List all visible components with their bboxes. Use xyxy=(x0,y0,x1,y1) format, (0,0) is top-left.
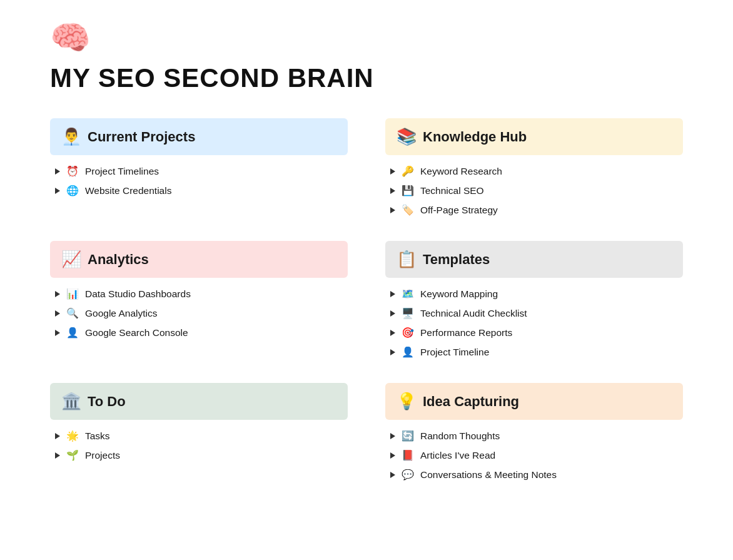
expand-icon[interactable] xyxy=(390,168,395,175)
item-emoji-icon: 💬 xyxy=(402,469,414,481)
item-emoji-icon: 🌐 xyxy=(66,185,79,196)
list-item[interactable]: 👤Project Timeline xyxy=(390,346,678,358)
list-item[interactable]: 🌐Website Credentials xyxy=(55,185,343,196)
list-item[interactable]: 🔄Random Thoughts xyxy=(390,430,678,442)
card-idea-capturing: 💡Idea Capturing🔄Random Thoughts📕Articles… xyxy=(385,383,683,481)
card-icon-current-projects: 👨‍💼 xyxy=(61,127,81,146)
list-item[interactable]: 🌱Projects xyxy=(55,449,343,461)
card-knowledge-hub: 📚Knowledge Hub🔑Keyword Research💾Technica… xyxy=(385,118,683,216)
item-emoji-icon: 🎯 xyxy=(402,327,414,339)
expand-icon[interactable] xyxy=(55,433,60,439)
item-label: Website Credentials xyxy=(85,185,171,196)
item-emoji-icon: 📊 xyxy=(66,288,79,300)
page-title: MY SEO SECOND BRAIN xyxy=(50,63,683,93)
brain-icon: 🧠 xyxy=(50,19,683,57)
card-header-idea-capturing: 💡Idea Capturing xyxy=(385,383,683,420)
item-label: Tasks xyxy=(85,430,110,442)
item-label: Projects xyxy=(85,450,120,461)
item-label: Keyword Research xyxy=(420,166,502,177)
card-items-knowledge-hub: 🔑Keyword Research💾Technical SEO🏷️Off-Pag… xyxy=(385,165,683,216)
card-templates: 📋Templates🗺️Keyword Mapping🖥️Technical A… xyxy=(385,241,683,358)
card-icon-todo: 🏛️ xyxy=(61,392,81,411)
list-item[interactable]: 👤Google Search Console xyxy=(55,327,343,339)
card-items-current-projects: ⏰Project Timelines🌐Website Credentials xyxy=(50,165,348,196)
card-header-todo: 🏛️To Do xyxy=(50,383,348,420)
item-emoji-icon: 🔑 xyxy=(402,165,414,177)
item-label: Google Analytics xyxy=(85,308,157,319)
item-label: Technical Audit Checklist xyxy=(420,308,527,319)
item-emoji-icon: 👤 xyxy=(66,327,79,339)
item-emoji-icon: 🖥️ xyxy=(402,307,414,319)
card-icon-templates: 📋 xyxy=(397,250,417,269)
expand-icon[interactable] xyxy=(390,349,395,355)
list-item[interactable]: ⏰Project Timelines xyxy=(55,165,343,177)
expand-icon[interactable] xyxy=(55,291,60,297)
item-emoji-icon: 👤 xyxy=(402,346,414,358)
card-todo: 🏛️To Do🌟Tasks🌱Projects xyxy=(50,383,348,481)
expand-icon[interactable] xyxy=(55,310,60,317)
item-emoji-icon: 🔄 xyxy=(402,430,414,442)
card-items-templates: 🗺️Keyword Mapping🖥️Technical Audit Check… xyxy=(385,288,683,358)
list-item[interactable]: 🖥️Technical Audit Checklist xyxy=(390,307,678,319)
card-items-todo: 🌟Tasks🌱Projects xyxy=(50,430,348,461)
item-emoji-icon: 🌱 xyxy=(66,449,79,461)
cards-grid: 👨‍💼Current Projects⏰Project Timelines🌐We… xyxy=(50,118,683,481)
card-items-idea-capturing: 🔄Random Thoughts📕Articles I've Read💬Conv… xyxy=(385,430,683,481)
list-item[interactable]: 🗺️Keyword Mapping xyxy=(390,288,678,300)
card-current-projects: 👨‍💼Current Projects⏰Project Timelines🌐We… xyxy=(50,118,348,216)
item-emoji-icon: 💾 xyxy=(402,185,414,196)
card-icon-analytics: 📈 xyxy=(61,250,81,269)
list-item[interactable]: 🏷️Off-Page Strategy xyxy=(390,204,678,216)
card-analytics: 📈Analytics📊Data Studio Dashboards🔍Google… xyxy=(50,241,348,358)
item-label: Conversations & Meeting Notes xyxy=(420,469,557,481)
expand-icon[interactable] xyxy=(390,291,395,297)
expand-icon[interactable] xyxy=(390,472,395,478)
card-icon-knowledge-hub: 📚 xyxy=(397,127,417,146)
item-label: Keyword Mapping xyxy=(420,288,498,300)
expand-icon[interactable] xyxy=(390,330,395,336)
list-item[interactable]: 🔍Google Analytics xyxy=(55,307,343,319)
list-item[interactable]: 🎯Performance Reports xyxy=(390,327,678,339)
item-emoji-icon: ⏰ xyxy=(66,165,79,177)
expand-icon[interactable] xyxy=(55,330,60,336)
expand-icon[interactable] xyxy=(390,433,395,439)
card-header-templates: 📋Templates xyxy=(385,241,683,278)
expand-icon[interactable] xyxy=(55,452,60,459)
card-title-current-projects: Current Projects xyxy=(88,129,195,145)
card-title-analytics: Analytics xyxy=(88,252,149,268)
card-title-idea-capturing: Idea Capturing xyxy=(423,394,519,410)
expand-icon[interactable] xyxy=(390,207,395,213)
item-label: Project Timeline xyxy=(420,347,489,358)
expand-icon[interactable] xyxy=(390,310,395,317)
card-title-todo: To Do xyxy=(88,394,126,410)
expand-icon[interactable] xyxy=(390,188,395,194)
list-item[interactable]: 💬Conversations & Meeting Notes xyxy=(390,469,678,481)
item-label: Technical SEO xyxy=(420,185,484,196)
card-header-knowledge-hub: 📚Knowledge Hub xyxy=(385,118,683,155)
item-label: Random Thoughts xyxy=(420,430,500,442)
list-item[interactable]: 🌟Tasks xyxy=(55,430,343,442)
list-item[interactable]: 🔑Keyword Research xyxy=(390,165,678,177)
card-items-analytics: 📊Data Studio Dashboards🔍Google Analytics… xyxy=(50,288,348,339)
card-header-analytics: 📈Analytics xyxy=(50,241,348,278)
item-emoji-icon: 📕 xyxy=(402,449,414,461)
item-label: Google Search Console xyxy=(85,327,188,339)
item-emoji-icon: 🔍 xyxy=(66,307,79,319)
item-label: Performance Reports xyxy=(420,327,512,339)
card-title-templates: Templates xyxy=(423,252,490,268)
item-emoji-icon: 🏷️ xyxy=(402,204,414,216)
item-label: Off-Page Strategy xyxy=(420,205,498,216)
item-emoji-icon: 🗺️ xyxy=(402,288,414,300)
list-item[interactable]: 📊Data Studio Dashboards xyxy=(55,288,343,300)
expand-icon[interactable] xyxy=(55,188,60,194)
item-emoji-icon: 🌟 xyxy=(66,430,79,442)
list-item[interactable]: 📕Articles I've Read xyxy=(390,449,678,461)
item-label: Data Studio Dashboards xyxy=(85,288,191,300)
item-label: Articles I've Read xyxy=(420,450,495,461)
card-header-current-projects: 👨‍💼Current Projects xyxy=(50,118,348,155)
expand-icon[interactable] xyxy=(390,452,395,459)
card-icon-idea-capturing: 💡 xyxy=(397,392,417,411)
list-item[interactable]: 💾Technical SEO xyxy=(390,185,678,196)
item-label: Project Timelines xyxy=(85,166,159,177)
expand-icon[interactable] xyxy=(55,168,60,175)
